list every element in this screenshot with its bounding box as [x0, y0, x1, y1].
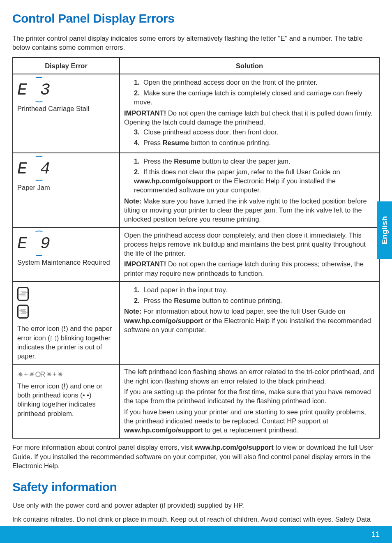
wifi-arc-icon: [35, 253, 43, 256]
error-table: Display Error Solution E 3 Printhead Car…: [12, 57, 380, 439]
step: 3. Close printhead access door, then fro…: [132, 127, 375, 136]
table-row: ✷ + ✷ OR ✷ + ✷ The error icon (!) and on…: [13, 364, 379, 438]
paper-count-icon: [17, 287, 29, 301]
wifi-arc-icon: [35, 178, 43, 181]
intro-text: The printer control panel display indica…: [12, 34, 380, 52]
step: 1. Load paper in the input tray.: [132, 285, 375, 294]
solution-cell: The left printhead icon flashing shows a…: [120, 364, 379, 438]
wifi-arc-icon: [35, 77, 43, 80]
step: 1. Press the Resume button to clear the …: [132, 157, 375, 166]
error-label: The error icon (!) and the paper error i…: [17, 324, 115, 360]
error-cell: E 3 Printhead Carriage Stall: [13, 74, 120, 153]
error-code: E 9: [17, 236, 115, 252]
note: Note: For information about how to load …: [124, 307, 375, 334]
error-cell: The error icon (!) and the paper error i…: [13, 282, 120, 365]
table-row: E 9 System Maintenance Required Open the…: [13, 228, 379, 282]
important-note: IMPORTANT! Do not open the carriage latc…: [124, 259, 375, 278]
error-label: System Maintenance Required: [17, 258, 115, 267]
solution-cell: Open the printhead access door completel…: [120, 228, 379, 282]
wifi-arc-icon: [35, 231, 43, 233]
step: 4. Press Resume button to continue print…: [132, 138, 375, 147]
error-code: E 3: [17, 82, 115, 99]
table-row: The error icon (!) and the paper error i…: [13, 282, 379, 365]
table-row: E 3 Printhead Carriage Stall 1. Open the…: [13, 74, 379, 153]
printhead-icon: ▪ ▪: [83, 391, 89, 399]
paper-count-icon: [17, 305, 29, 319]
safety-heading: Safety information: [12, 480, 380, 494]
error-cell: E 9 System Maintenance Required: [13, 228, 120, 282]
error-cell: ✷ + ✷ OR ✷ + ✷ The error icon (!) and on…: [13, 364, 120, 438]
solution-text: Open the printhead access door completel…: [124, 231, 375, 258]
safety-text: Use only with the power cord and power a…: [12, 501, 380, 510]
step: 2. Press the Resume button to continue p…: [132, 296, 375, 305]
solution-text: The left printhead icon flashing shows a…: [124, 367, 375, 386]
solution-text: If you have been using your printer and …: [124, 407, 375, 435]
important-note: IMPORTANT! Do not open the carriage latc…: [124, 109, 375, 127]
table-row: E 4 Paper Jam 1. Press the Resume button…: [13, 153, 379, 228]
blinking-printhead-icons: ✷ + ✷ OR ✷ + ✷: [17, 370, 115, 379]
step: 2. If this does not clear the paper jam,…: [132, 167, 375, 195]
paper-icon: ▢: [50, 334, 57, 342]
error-label: Paper Jam: [17, 183, 115, 192]
error-code: E 4: [17, 161, 115, 178]
solution-cell: 1. Open the printhead access door on the…: [120, 74, 379, 153]
error-label: The error icon (!) and one or both print…: [17, 381, 115, 418]
page-number: 11: [371, 530, 380, 539]
solution-cell: 1. Load paper in the input tray. 2. Pres…: [120, 282, 379, 365]
step: 1. Open the printhead access door on the…: [132, 78, 375, 87]
note: Note: Make sure you have turned the ink …: [124, 196, 375, 224]
footer-info: For more information about control panel…: [12, 443, 380, 470]
error-label: Printhead Carriage Stall: [17, 104, 115, 113]
language-label: English: [380, 216, 389, 245]
page-footer-bar: 11: [0, 526, 392, 543]
solution-text: If you are setting up the printer for th…: [124, 387, 375, 406]
th-solution: Solution: [120, 58, 379, 74]
wifi-arc-icon: [35, 99, 43, 102]
error-cell: E 4 Paper Jam: [13, 153, 120, 228]
step: 2. Make sure the carriage latch is compl…: [132, 88, 375, 107]
page-title: Control Panel Display Errors: [12, 12, 380, 25]
th-display-error: Display Error: [13, 58, 120, 74]
language-tab: English: [377, 201, 392, 259]
solution-cell: 1. Press the Resume button to clear the …: [120, 153, 379, 228]
wifi-arc-icon: [35, 156, 43, 159]
